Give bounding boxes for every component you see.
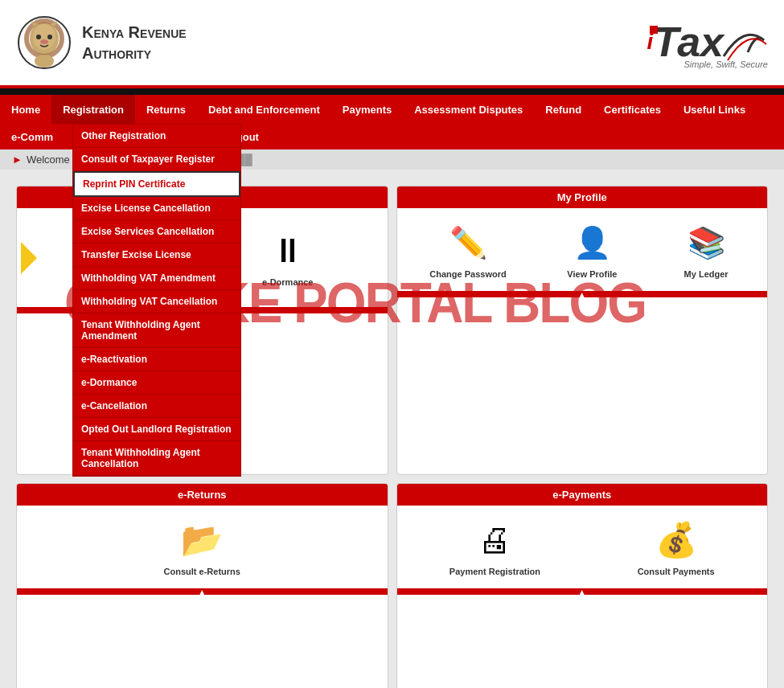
consult-payments-label: Consult Payments bbox=[638, 567, 715, 576]
black-bar bbox=[0, 88, 784, 95]
dashboard-row2: e-Returns 📂 Consult e-Returns e-Payments… bbox=[0, 479, 784, 688]
dropdown-tenant-cancel[interactable]: Tenant Withholding Agent Cancellation bbox=[73, 441, 240, 476]
dropdown-tenant-amend[interactable]: Tenant Withholding Agent Amendment bbox=[73, 313, 240, 348]
swoosh-icon bbox=[720, 16, 768, 64]
nav-refund[interactable]: Refund bbox=[534, 95, 593, 124]
nav-registration[interactable]: Registration bbox=[51, 95, 135, 124]
myprofile-card: My Profile ✏️ Change Password 👤 View Pro… bbox=[396, 186, 769, 475]
edormance-icon: ⏸ bbox=[265, 228, 310, 272]
nav-assessment[interactable]: Assessment Disputes bbox=[403, 95, 534, 124]
change-password-icon: ✏️ bbox=[446, 220, 491, 264]
svg-point-5 bbox=[47, 35, 52, 39]
dropdown-other-reg[interactable]: Other Registration bbox=[73, 125, 240, 148]
dropdown-excise-services[interactable]: Excise Services Cancellation bbox=[73, 220, 240, 244]
nav-container: Home Registration Returns Debt and Enfor… bbox=[0, 95, 784, 149]
my-ledger-icon: 📚 bbox=[684, 220, 729, 264]
page-wrapper: Kenya Revenue Authority i Tax bbox=[0, 0, 784, 688]
dash-consult-payments[interactable]: 💰 Consult Payments bbox=[638, 518, 715, 576]
consult-returns-label: Consult e-Returns bbox=[164, 567, 240, 576]
myprofile-footer bbox=[397, 291, 768, 297]
itax-logo: i Tax Simple, Swift, Secure bbox=[647, 16, 768, 69]
nav2-ecomm[interactable]: e-Comm bbox=[0, 124, 64, 149]
epayments-card: e-Payments 🖨 Payment Registration 💰 Cons… bbox=[396, 483, 769, 688]
nav-home[interactable]: Home bbox=[0, 95, 51, 124]
my-ledger-label: My Ledger bbox=[684, 269, 729, 279]
svg-point-4 bbox=[36, 35, 41, 39]
dash-payment-registration[interactable]: 🖨 Payment Registration bbox=[449, 518, 540, 576]
payment-registration-icon: 🖨 bbox=[473, 518, 517, 562]
ereturns-body: 📂 Consult e-Returns bbox=[17, 506, 388, 588]
myprofile-header: My Profile bbox=[397, 186, 768, 208]
dropdown-e-reactivation[interactable]: e-Reactivation bbox=[73, 348, 240, 371]
dash-my-ledger[interactable]: 📚 My Ledger bbox=[678, 220, 734, 279]
kra-logo-icon bbox=[16, 14, 72, 71]
nav-useful[interactable]: Useful Links bbox=[672, 95, 757, 124]
dash-change-password[interactable]: ✏️ Change Password bbox=[429, 220, 506, 279]
dropdown-e-dormance[interactable]: e-Dormance bbox=[73, 371, 240, 395]
svg-point-9 bbox=[35, 55, 54, 68]
epayments-body: 🖨 Payment Registration 💰 Consult Payment… bbox=[397, 506, 768, 588]
nav-payments[interactable]: Payments bbox=[331, 95, 403, 124]
consult-payments-icon: 💰 bbox=[654, 518, 698, 562]
welcome-arrow: ► bbox=[12, 154, 23, 166]
dropdown-excise-license[interactable]: Excise License Cancellation bbox=[73, 197, 240, 220]
nav-certificates[interactable]: Certificates bbox=[593, 95, 672, 124]
registration-dropdown: Other Registration Consult of Taxpayer R… bbox=[72, 124, 241, 477]
dropdown-withholding-vat-cancel[interactable]: Withholding VAT Cancellation bbox=[73, 290, 240, 313]
view-profile-label: View Profile bbox=[567, 269, 617, 279]
epayments-header: e-Payments bbox=[397, 484, 768, 506]
dropdown-transfer-excise[interactable]: Transfer Excise License bbox=[73, 244, 240, 267]
edormance-label: e-Dormance bbox=[262, 277, 314, 287]
header-left: Kenya Revenue Authority bbox=[16, 14, 187, 71]
dropdown-reprint-pin[interactable]: Reprint PIN Certificate bbox=[73, 171, 240, 197]
dropdown-opted-out[interactable]: Opted Out Landlord Registration bbox=[73, 418, 240, 441]
view-profile-icon: 👤 bbox=[570, 220, 614, 264]
consult-returns-icon: 📂 bbox=[180, 518, 224, 562]
header: Kenya Revenue Authority i Tax bbox=[0, 0, 784, 88]
dropdown-e-cancellation[interactable]: e-Cancellation bbox=[73, 395, 240, 418]
dash-consult-returns[interactable]: 📂 Consult e-Returns bbox=[164, 518, 240, 576]
dropdown-consult-taxpayer[interactable]: Consult of Taxpayer Register bbox=[73, 148, 240, 171]
main-nav: Home Registration Returns Debt and Enfor… bbox=[0, 95, 784, 124]
nav-returns[interactable]: Returns bbox=[135, 95, 197, 124]
ereturns-header: e-Returns bbox=[17, 484, 388, 506]
svg-point-6 bbox=[40, 39, 48, 44]
dash-view-profile[interactable]: 👤 View Profile bbox=[564, 220, 620, 279]
myprofile-body: ✏️ Change Password 👤 View Profile 📚 My L… bbox=[397, 208, 768, 291]
welcome-label: Welcome bbox=[27, 154, 70, 166]
kra-name: Kenya Revenue Authority bbox=[82, 22, 187, 63]
nav-debt[interactable]: Debt and Enforcement bbox=[197, 95, 331, 124]
change-password-label: Change Password bbox=[429, 269, 506, 279]
dash-edormance[interactable]: ⏸ e-Dormance bbox=[260, 228, 316, 287]
epayments-footer bbox=[397, 588, 768, 595]
ereturns-card: e-Returns 📂 Consult e-Returns bbox=[16, 483, 388, 688]
ereturns-footer bbox=[17, 588, 388, 595]
payment-registration-label: Payment Registration bbox=[449, 567, 540, 576]
dropdown-withholding-vat[interactable]: Withholding VAT Amendment bbox=[73, 267, 240, 290]
